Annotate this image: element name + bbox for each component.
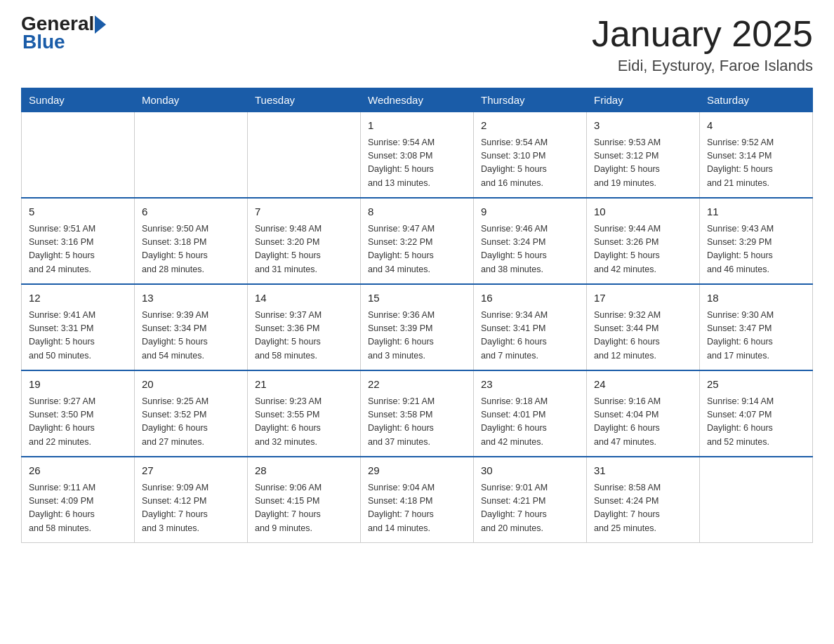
day-number: 5 xyxy=(29,204,127,220)
day-info: Sunrise: 9:39 AM Sunset: 3:34 PM Dayligh… xyxy=(142,309,240,363)
calendar-cell: 7Sunrise: 9:48 AM Sunset: 3:20 PM Daylig… xyxy=(248,198,361,284)
calendar-cell: 24Sunrise: 9:16 AM Sunset: 4:04 PM Dayli… xyxy=(587,370,700,457)
day-info: Sunrise: 9:54 AM Sunset: 3:10 PM Dayligh… xyxy=(481,136,579,191)
day-info: Sunrise: 9:37 AM Sunset: 3:36 PM Dayligh… xyxy=(255,309,353,363)
day-number: 9 xyxy=(481,204,579,220)
calendar-cell xyxy=(700,457,813,543)
day-info: Sunrise: 9:09 AM Sunset: 4:12 PM Dayligh… xyxy=(142,481,240,536)
calendar-cell: 18Sunrise: 9:30 AM Sunset: 3:47 PM Dayli… xyxy=(700,284,813,370)
calendar-cell: 27Sunrise: 9:09 AM Sunset: 4:12 PM Dayli… xyxy=(135,457,248,543)
calendar-cell: 9Sunrise: 9:46 AM Sunset: 3:24 PM Daylig… xyxy=(474,198,587,284)
page-header: General Blue January 2025 Eidi, Eysturoy… xyxy=(21,14,813,75)
calendar-week-row: 19Sunrise: 9:27 AM Sunset: 3:50 PM Dayli… xyxy=(22,370,813,457)
calendar-cell: 6Sunrise: 9:50 AM Sunset: 3:18 PM Daylig… xyxy=(135,198,248,284)
day-number: 4 xyxy=(707,118,805,134)
calendar-cell: 11Sunrise: 9:43 AM Sunset: 3:29 PM Dayli… xyxy=(700,198,813,284)
day-info: Sunrise: 9:25 AM Sunset: 3:52 PM Dayligh… xyxy=(142,395,240,450)
calendar-day-header: Wednesday xyxy=(361,88,474,112)
calendar-subtitle: Eidi, Eysturoy, Faroe Islands xyxy=(592,57,813,75)
day-info: Sunrise: 9:36 AM Sunset: 3:39 PM Dayligh… xyxy=(368,309,466,363)
title-block: January 2025 Eidi, Eysturoy, Faroe Islan… xyxy=(592,14,813,75)
day-number: 17 xyxy=(594,290,692,307)
day-number: 16 xyxy=(481,290,579,307)
day-info: Sunrise: 9:54 AM Sunset: 3:08 PM Dayligh… xyxy=(368,136,466,191)
day-number: 30 xyxy=(481,463,579,479)
calendar-day-header: Friday xyxy=(587,88,700,112)
calendar-table: SundayMondayTuesdayWednesdayThursdayFrid… xyxy=(21,88,813,543)
calendar-cell: 26Sunrise: 9:11 AM Sunset: 4:09 PM Dayli… xyxy=(22,457,135,543)
day-info: Sunrise: 9:46 AM Sunset: 3:24 PM Dayligh… xyxy=(481,222,579,277)
day-number: 6 xyxy=(142,204,240,220)
calendar-day-header: Tuesday xyxy=(248,88,361,112)
day-number: 7 xyxy=(255,204,353,220)
day-number: 10 xyxy=(594,204,692,220)
day-info: Sunrise: 9:16 AM Sunset: 4:04 PM Dayligh… xyxy=(594,395,692,450)
day-number: 13 xyxy=(142,290,240,307)
day-info: Sunrise: 9:23 AM Sunset: 3:55 PM Dayligh… xyxy=(255,395,353,450)
calendar-cell: 12Sunrise: 9:41 AM Sunset: 3:31 PM Dayli… xyxy=(22,284,135,370)
calendar-cell: 15Sunrise: 9:36 AM Sunset: 3:39 PM Dayli… xyxy=(361,284,474,370)
calendar-week-row: 12Sunrise: 9:41 AM Sunset: 3:31 PM Dayli… xyxy=(22,284,813,370)
calendar-cell xyxy=(22,112,135,199)
day-number: 22 xyxy=(368,377,466,393)
day-number: 25 xyxy=(707,377,805,393)
calendar-cell: 28Sunrise: 9:06 AM Sunset: 4:15 PM Dayli… xyxy=(248,457,361,543)
day-info: Sunrise: 9:34 AM Sunset: 3:41 PM Dayligh… xyxy=(481,309,579,363)
day-info: Sunrise: 9:14 AM Sunset: 4:07 PM Dayligh… xyxy=(707,395,805,450)
calendar-cell: 31Sunrise: 8:58 AM Sunset: 4:24 PM Dayli… xyxy=(587,457,700,543)
day-info: Sunrise: 9:51 AM Sunset: 3:16 PM Dayligh… xyxy=(29,222,127,277)
calendar-cell: 5Sunrise: 9:51 AM Sunset: 3:16 PM Daylig… xyxy=(22,198,135,284)
day-number: 14 xyxy=(255,290,353,307)
day-number: 15 xyxy=(368,290,466,307)
day-info: Sunrise: 9:53 AM Sunset: 3:12 PM Dayligh… xyxy=(594,136,692,191)
calendar-cell: 23Sunrise: 9:18 AM Sunset: 4:01 PM Dayli… xyxy=(474,370,587,457)
calendar-week-row: 26Sunrise: 9:11 AM Sunset: 4:09 PM Dayli… xyxy=(22,457,813,543)
calendar-cell: 17Sunrise: 9:32 AM Sunset: 3:44 PM Dayli… xyxy=(587,284,700,370)
day-info: Sunrise: 9:18 AM Sunset: 4:01 PM Dayligh… xyxy=(481,395,579,450)
day-info: Sunrise: 9:48 AM Sunset: 3:20 PM Dayligh… xyxy=(255,222,353,277)
logo-blue-text: Blue xyxy=(22,31,65,53)
calendar-cell: 1Sunrise: 9:54 AM Sunset: 3:08 PM Daylig… xyxy=(361,112,474,199)
calendar-cell: 8Sunrise: 9:47 AM Sunset: 3:22 PM Daylig… xyxy=(361,198,474,284)
calendar-header-row: SundayMondayTuesdayWednesdayThursdayFrid… xyxy=(22,88,813,112)
day-number: 12 xyxy=(29,290,127,307)
day-info: Sunrise: 9:11 AM Sunset: 4:09 PM Dayligh… xyxy=(29,481,127,536)
day-info: Sunrise: 9:30 AM Sunset: 3:47 PM Dayligh… xyxy=(707,309,805,363)
calendar-day-header: Monday xyxy=(135,88,248,112)
day-number: 28 xyxy=(255,463,353,479)
day-number: 18 xyxy=(707,290,805,307)
calendar-cell: 29Sunrise: 9:04 AM Sunset: 4:18 PM Dayli… xyxy=(361,457,474,543)
day-info: Sunrise: 9:52 AM Sunset: 3:14 PM Dayligh… xyxy=(707,136,805,191)
day-info: Sunrise: 9:47 AM Sunset: 3:22 PM Dayligh… xyxy=(368,222,466,277)
calendar-day-header: Saturday xyxy=(700,88,813,112)
day-info: Sunrise: 9:06 AM Sunset: 4:15 PM Dayligh… xyxy=(255,481,353,536)
day-number: 3 xyxy=(594,118,692,134)
day-number: 26 xyxy=(29,463,127,479)
logo: General Blue xyxy=(21,14,106,53)
calendar-cell: 25Sunrise: 9:14 AM Sunset: 4:07 PM Dayli… xyxy=(700,370,813,457)
day-number: 1 xyxy=(368,118,466,134)
day-number: 8 xyxy=(368,204,466,220)
calendar-cell: 21Sunrise: 9:23 AM Sunset: 3:55 PM Dayli… xyxy=(248,370,361,457)
calendar-day-header: Thursday xyxy=(474,88,587,112)
calendar-day-header: Sunday xyxy=(22,88,135,112)
logo-arrow-icon xyxy=(95,15,106,34)
calendar-cell: 30Sunrise: 9:01 AM Sunset: 4:21 PM Dayli… xyxy=(474,457,587,543)
calendar-cell: 3Sunrise: 9:53 AM Sunset: 3:12 PM Daylig… xyxy=(587,112,700,199)
calendar-cell xyxy=(135,112,248,199)
calendar-cell: 22Sunrise: 9:21 AM Sunset: 3:58 PM Dayli… xyxy=(361,370,474,457)
calendar-cell: 16Sunrise: 9:34 AM Sunset: 3:41 PM Dayli… xyxy=(474,284,587,370)
calendar-cell: 14Sunrise: 9:37 AM Sunset: 3:36 PM Dayli… xyxy=(248,284,361,370)
day-number: 19 xyxy=(29,377,127,393)
day-number: 31 xyxy=(594,463,692,479)
day-number: 2 xyxy=(481,118,579,134)
day-info: Sunrise: 9:43 AM Sunset: 3:29 PM Dayligh… xyxy=(707,222,805,277)
day-info: Sunrise: 9:50 AM Sunset: 3:18 PM Dayligh… xyxy=(142,222,240,277)
calendar-cell: 2Sunrise: 9:54 AM Sunset: 3:10 PM Daylig… xyxy=(474,112,587,199)
day-info: Sunrise: 9:44 AM Sunset: 3:26 PM Dayligh… xyxy=(594,222,692,277)
calendar-cell: 10Sunrise: 9:44 AM Sunset: 3:26 PM Dayli… xyxy=(587,198,700,284)
day-number: 23 xyxy=(481,377,579,393)
day-info: Sunrise: 9:41 AM Sunset: 3:31 PM Dayligh… xyxy=(29,309,127,363)
calendar-cell: 19Sunrise: 9:27 AM Sunset: 3:50 PM Dayli… xyxy=(22,370,135,457)
day-info: Sunrise: 9:04 AM Sunset: 4:18 PM Dayligh… xyxy=(368,481,466,536)
